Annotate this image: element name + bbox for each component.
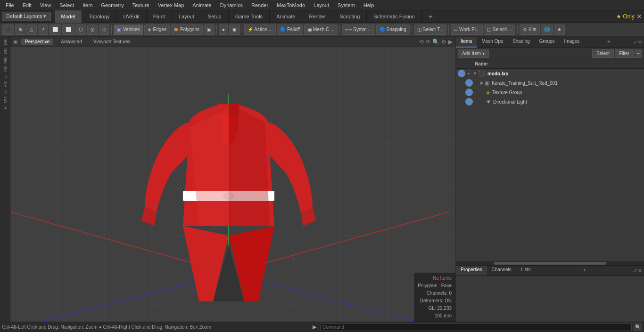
viewport-expand-icon[interactable]: ▣ (13, 39, 17, 44)
list-item[interactable]: ◈ Texture Group (456, 88, 644, 97)
layout-plus-button[interactable]: ✕ (636, 13, 642, 20)
prop-expand-icon[interactable]: ⤢ (633, 268, 637, 273)
tab-schematic-fusion[interactable]: Schematic Fusion (367, 10, 421, 23)
prop-tab-channels[interactable]: Channels (487, 266, 516, 275)
viewport-play-icon[interactable]: ▶ (448, 39, 453, 45)
left-tool-item-5[interactable]: Po: (3, 81, 8, 88)
command-search-button[interactable]: 🔍 (634, 324, 642, 331)
items-minus-button[interactable]: − (635, 49, 642, 58)
list-item[interactable]: + ▼ ⬛ modo.lxo (456, 69, 644, 78)
tool-snapping[interactable]: 🔵 Snapping (376, 24, 410, 35)
panel-tab-mesh-ops[interactable]: Mesh Ops (477, 37, 508, 48)
viewport-tab-textures[interactable]: Viewport Textures (90, 39, 134, 45)
menu-render[interactable]: Render (248, 1, 272, 9)
left-tool-item-2[interactable]: Me: (3, 57, 8, 64)
prop-settings-icon[interactable]: ⚙ (638, 268, 642, 273)
items-scrollbar[interactable] (456, 261, 644, 265)
panel-tab-groups[interactable]: Groups (535, 37, 560, 48)
menu-geometry[interactable]: Geometry (97, 1, 127, 9)
left-tool-item-0[interactable]: De: (3, 39, 8, 45)
menu-animate[interactable]: Animate (189, 1, 215, 9)
tab-topology[interactable]: Topology (82, 10, 116, 23)
add-item-button[interactable]: Add Item ▾ (458, 49, 489, 58)
menu-layout[interactable]: Layout (310, 1, 333, 9)
left-tool-item-1[interactable]: Du: (3, 48, 8, 54)
viewport-settings-icon[interactable]: ⚙ (441, 39, 446, 45)
viewport-refresh-icon[interactable]: ⟳ (426, 39, 430, 45)
prop-tab-plus[interactable]: + (579, 266, 589, 275)
viewport-tab-perspective[interactable]: Perspective (21, 39, 53, 45)
command-input[interactable] (320, 324, 632, 331)
prop-tab-properties[interactable]: Properties (456, 266, 487, 275)
menu-view[interactable]: View (36, 1, 55, 9)
tool-center[interactable]: ⊕ (15, 24, 25, 35)
panel-tab-images[interactable]: Images (560, 37, 585, 48)
tool-edges[interactable]: ◈ Edges (144, 24, 170, 35)
tab-setup[interactable]: Setup (201, 10, 229, 23)
layout-dropdown[interactable]: Default Layouts ▾ (2, 12, 51, 21)
panel-expand-icon[interactable]: ⤢ (633, 40, 637, 45)
left-tool-item-4[interactable]: E: (3, 74, 8, 79)
tab-uvedit[interactable]: UVEdit (117, 10, 147, 23)
tool-circle[interactable]: ◎ (87, 24, 98, 35)
tool-dot1[interactable]: ● (219, 24, 228, 35)
tool-arrow[interactable]: ↗ (38, 24, 48, 35)
tool-select-t[interactable]: ◫ Select T... (414, 24, 447, 35)
tool-star[interactable]: ★ (554, 24, 565, 35)
tool-mesh-c[interactable]: ▣ Mesh C ... (304, 24, 338, 35)
viewport-sync-icon[interactable]: ⟲ (419, 39, 424, 45)
tool-select-triangle[interactable]: △ (26, 24, 37, 35)
left-tool-item-7[interactable]: UV: (3, 96, 8, 103)
menu-help[interactable]: Help (360, 1, 378, 9)
tool-globe[interactable]: 🌐 (541, 24, 553, 35)
tool-hex[interactable]: ⬡ (75, 24, 86, 35)
tab-game-tools[interactable]: Game Tools (229, 10, 270, 23)
tool-action[interactable]: ⚡ Action ... (244, 24, 276, 35)
panel-tab-plus[interactable]: + (603, 37, 614, 48)
menu-item[interactable]: Item (79, 1, 96, 9)
tool-dot2[interactable]: ◉ (229, 24, 240, 35)
menu-vertex-map[interactable]: Vertex Map (154, 1, 188, 9)
items-select-button[interactable]: Select (592, 49, 614, 58)
command-arrow[interactable]: ▶ (311, 324, 318, 330)
tool-diamond[interactable]: ◇ (99, 24, 109, 35)
item-expand-arrow[interactable]: ▼ (473, 71, 477, 76)
left-tool-item-8[interactable]: F: (3, 105, 8, 109)
tool-work-pl[interactable]: ▱ Work Pl... (451, 24, 483, 35)
panel-tab-shading[interactable]: Shading (508, 37, 535, 48)
viewport-zoom-icon[interactable]: 🔍 (432, 39, 439, 45)
menu-dynamics[interactable]: Dynamics (216, 1, 247, 9)
prop-tab-lists[interactable]: Lists (516, 266, 536, 275)
menu-edit[interactable]: Edit (19, 1, 35, 9)
item-expand-arrow-karate[interactable]: ▶ (480, 81, 484, 85)
menu-system[interactable]: System (334, 1, 359, 9)
tool-box1[interactable]: ⬜ (49, 24, 61, 35)
viewport-canvas[interactable]: X Y Z No Items Polygons : Face Channels:… (10, 47, 455, 322)
left-tool-item-3[interactable]: Ve: (3, 66, 8, 72)
tool-layout[interactable]: ⬛ (2, 24, 14, 35)
items-scrollbar-thumb[interactable] (494, 262, 606, 265)
list-item[interactable]: ▶ ▣ Karate_Training_Suit_Red_001 (456, 78, 644, 88)
items-filter-button[interactable]: Filter (615, 49, 634, 58)
tool-selecti[interactable]: ◫ Selecti ... (484, 24, 515, 35)
tab-paint[interactable]: Paint (147, 10, 172, 23)
tool-symm[interactable]: ⟺ Symm ... (342, 24, 375, 35)
menu-maxtomodo[interactable]: MaxToModo (273, 1, 309, 9)
tool-vertices[interactable]: ▣ Vertices (114, 24, 143, 35)
menu-select[interactable]: Select (56, 1, 78, 9)
item-visibility-texture[interactable] (465, 89, 473, 96)
menu-file[interactable]: File (2, 1, 18, 9)
tool-kits[interactable]: ⚙ Kits (520, 24, 539, 35)
tab-scripting[interactable]: Scripting (333, 10, 367, 23)
item-visibility-modo-lxo[interactable] (458, 70, 465, 77)
list-item[interactable]: ☀ Directional Light (456, 97, 644, 106)
panel-settings-icon[interactable]: ⚙ (638, 40, 642, 45)
tab-model[interactable]: Model (55, 10, 83, 23)
panel-tab-items[interactable]: Items (456, 37, 477, 48)
viewport-tab-advanced[interactable]: Advanced (57, 39, 85, 45)
item-visibility-karate[interactable] (465, 79, 473, 87)
menu-texture[interactable]: Texture (129, 1, 153, 9)
tab-animate[interactable]: Animate (270, 10, 302, 23)
star-button[interactable]: ★ Only (616, 13, 635, 20)
left-tool-item-6[interactable]: C: (3, 89, 8, 94)
